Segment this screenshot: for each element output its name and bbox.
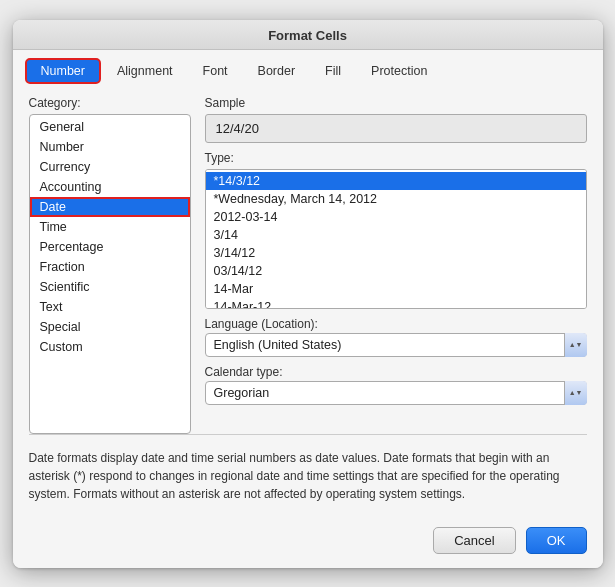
calendar-row: Calendar type: GregorianJapanese Emperor… [205,365,587,405]
left-panel: Category: GeneralNumberCurrencyAccountin… [29,96,191,434]
divider [29,434,587,435]
type-item-t4[interactable]: 3/14 [206,226,586,244]
type-item-t6[interactable]: 03/14/12 [206,262,586,280]
calendar-label: Calendar type: [205,365,587,379]
category-item-general[interactable]: General [30,117,190,137]
language-label: Language (Location): [205,317,587,331]
type-label: Type: [205,151,587,165]
calendar-select-wrapper: GregorianJapanese Emperor EraIslamicHebr… [205,381,587,405]
category-label: Category: [29,96,191,110]
category-item-special[interactable]: Special [30,317,190,337]
tab-font[interactable]: Font [189,60,242,82]
sample-section: Sample 12/4/20 [205,96,587,143]
category-item-number[interactable]: Number [30,137,190,157]
tab-alignment[interactable]: Alignment [103,60,187,82]
tab-number[interactable]: Number [25,58,101,84]
description-text: Date formats display date and time seria… [29,439,587,507]
cancel-button[interactable]: Cancel [433,527,515,554]
title-text: Format Cells [268,28,347,43]
format-cells-dialog: Format Cells NumberAlignmentFontBorderFi… [13,20,603,568]
tab-fill[interactable]: Fill [311,60,355,82]
main-area: Category: GeneralNumberCurrencyAccountin… [29,96,587,434]
category-list[interactable]: GeneralNumberCurrencyAccountingDateTimeP… [29,114,191,434]
type-section: Type: *14/3/12*Wednesday, March 14, 2012… [205,151,587,309]
type-list[interactable]: *14/3/12*Wednesday, March 14, 20122012-0… [205,169,587,309]
tab-border[interactable]: Border [244,60,310,82]
category-item-custom[interactable]: Custom [30,337,190,357]
type-item-t8[interactable]: 14-Mar-12 [206,298,586,309]
sample-label: Sample [205,96,587,110]
category-item-text[interactable]: Text [30,297,190,317]
language-select-wrapper: English (United States)French (France)Ge… [205,333,587,357]
category-item-percentage[interactable]: Percentage [30,237,190,257]
calendar-select[interactable]: GregorianJapanese Emperor EraIslamicHebr… [205,381,587,405]
category-item-scientific[interactable]: Scientific [30,277,190,297]
sample-value: 12/4/20 [205,114,587,143]
language-row: Language (Location): English (United Sta… [205,317,587,357]
category-item-date[interactable]: Date [30,197,190,217]
type-item-t7[interactable]: 14-Mar [206,280,586,298]
right-panel: Sample 12/4/20 Type: *14/3/12*Wednesday,… [205,96,587,434]
dialog-title: Format Cells [13,20,603,50]
type-item-t1[interactable]: *14/3/12 [206,172,586,190]
dialog-content: Category: GeneralNumberCurrencyAccountin… [13,84,603,519]
category-item-time[interactable]: Time [30,217,190,237]
dialog-footer: Cancel OK [13,519,603,568]
tab-protection[interactable]: Protection [357,60,441,82]
category-item-accounting[interactable]: Accounting [30,177,190,197]
ok-button[interactable]: OK [526,527,587,554]
language-select[interactable]: English (United States)French (France)Ge… [205,333,587,357]
category-item-currency[interactable]: Currency [30,157,190,177]
type-item-t3[interactable]: 2012-03-14 [206,208,586,226]
type-item-t2[interactable]: *Wednesday, March 14, 2012 [206,190,586,208]
tab-bar: NumberAlignmentFontBorderFillProtection [13,50,603,84]
type-item-t5[interactable]: 3/14/12 [206,244,586,262]
category-item-fraction[interactable]: Fraction [30,257,190,277]
